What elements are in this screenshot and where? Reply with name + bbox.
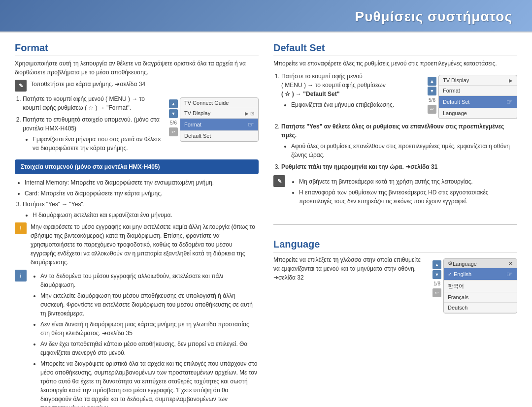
format-title: Format	[15, 42, 259, 56]
lang-row-1[interactable]: 한국어	[444, 281, 517, 292]
format-step3-list: Πατήστε "Yes" → "Yes". Η διαμόρφωση εκτε…	[15, 200, 259, 219]
format-info-1: Μην εκτελείτε διαμόρφωση του μέσου αποθή…	[40, 291, 259, 318]
content-area: Format Χρησιμοποιήστε αυτή τη λειτουργία…	[0, 32, 532, 407]
section-divider	[273, 224, 517, 225]
ds-note-icon: ✎	[273, 175, 285, 187]
ds-scroll-up-btn[interactable]: ▲	[428, 77, 436, 86]
default-set-step-3: Ρυθμίστε πάλι την ημερομηνία και την ώρα…	[281, 162, 517, 171]
format-submenu-item-1: Card: Μπορείτε να διαμορφώσετε την κάρτα…	[25, 189, 259, 198]
lang-row-0[interactable]: ✓ English ☞	[444, 268, 517, 281]
ds-step2-bullet: Αφού όλες οι ρυθμίσεις επανέλθουν στις π…	[291, 142, 517, 159]
hand-icon-lang: ☞	[506, 270, 513, 278]
format-steps-area: Πατήστε το κουμπί αφής μενού ( MENU ) → …	[15, 94, 259, 156]
hand-icon-ds: ☞	[506, 98, 513, 106]
default-set-title: Default Set	[273, 42, 517, 56]
default-set-step-2: Πατήστε "Yes" αν θέλετε όλες οι ρυθμίσει…	[281, 122, 517, 159]
default-set-menu-area: ▲ ▼ 5/6 ↩ TV Display ▶ Format	[428, 75, 517, 119]
right-column: Default Set Μπορείτε να επαναφέρετε όλες…	[273, 42, 517, 407]
format-intro: Χρησιμοποιήστε αυτή τη λειτουργία αν θέλ…	[15, 59, 259, 77]
language-content-area: Μπορείτε να επιλέξετε τη γλώσσα στην οπο…	[273, 255, 517, 316]
lang-row-3[interactable]: Deutsch	[444, 303, 517, 313]
format-note-box: ✎ Τοποθετήστε μια κάρτα μνήμης. ➜σελίδα …	[15, 80, 259, 92]
format-warning-text: Μην αφαιρέσετε το μέσο εγγραφής και μην …	[31, 222, 259, 267]
format-step2-bullet: Εμφανίζεται ένα μήνυμα που σας ρωτά αν θ…	[33, 135, 164, 153]
format-menu-row-1: TV Display ▶ ⊡	[180, 108, 258, 119]
lang-scroll-down-btn[interactable]: ▼	[432, 270, 441, 279]
format-page-indicator: 5/6	[169, 119, 178, 126]
ds-scroll-down-btn[interactable]: ▼	[428, 87, 436, 95]
default-set-confirmation: Εμφανίζεται ένα μήνυμα επιβεβαίωσης.	[291, 100, 423, 109]
default-set-section: Default Set Μπορείτε να επαναφέρετε όλες…	[273, 42, 517, 211]
language-menu-area: ▲ ▼ 1/8 ↩ ⚙ Language ✕	[432, 258, 517, 313]
ds-notes-box: ✎ Μη σβήνετε τη βιντεοκάμερα κατά τη χρή…	[273, 175, 517, 208]
language-section: Language Μπορείτε να επιλέξετε τη γλώσσα…	[273, 239, 517, 316]
format-submenu-box: Στοιχεία υπομενού (μόνο στα μοντέλα HMX-…	[15, 159, 259, 174]
format-info-4: Μπορείτε να διαγράψετε οριστικά όλα τα α…	[40, 359, 259, 407]
format-menu-row-2[interactable]: Format ☞	[180, 119, 258, 131]
lang-back-btn[interactable]: ↩	[432, 288, 441, 297]
format-info-0: Αν τα δεδομένα του μέσου εγγραφής αλλοιω…	[40, 272, 259, 289]
default-set-steps-list: Πατήστε το κουμπί αφής μενού ( MENU ) → …	[273, 72, 423, 109]
ds-note-1: Η επαναφορά των ρυθμίσεων της βιντεοκάμε…	[299, 188, 517, 206]
default-set-intro: Μπορείτε να επαναφέρετε όλες τις ρυθμίσε…	[273, 59, 517, 68]
scroll-down-btn[interactable]: ▼	[169, 109, 178, 118]
format-note: Τοποθετήστε μια κάρτα μνήμης. ➜σελίδα 34	[31, 80, 145, 89]
note-icon: ✎	[15, 80, 27, 92]
format-submenu-item-0: Internal Memory: Μπορείτε να διαμορφώσετ…	[25, 178, 259, 187]
lang-scroll-up-btn[interactable]: ▲	[432, 260, 441, 269]
format-steps-text: Πατήστε το κουμπί αφής μενού ( MENU ) → …	[15, 94, 164, 156]
default-set-step-1: Πατήστε το κουμπί αφής μενού ( MENU ) → …	[281, 72, 423, 109]
ds-note-0: Μη σβήνετε τη βιντεοκάμερα κατά τη χρήση…	[299, 177, 517, 186]
language-intro: Μπορείτε να επιλέξετε τη γλώσσα στην οπο…	[273, 255, 428, 282]
default-set-remaining-steps: Πατήστε "Yes" αν θέλετε όλες οι ρυθμίσει…	[273, 122, 517, 171]
format-info-3: Αν δεν έχει τοποθετηθεί κάποιο μέσο αποθ…	[40, 340, 259, 357]
ds-menu-row-1: Format	[439, 86, 517, 96]
default-set-step1-highlight: ( ☆ ) → "Default Set"	[281, 91, 339, 97]
ds-menu-row-2[interactable]: Default Set ☞	[439, 96, 517, 108]
hand-icon-format: ☞	[248, 121, 254, 128]
format-menu-row-3: Default Set	[180, 131, 258, 141]
ds-notes-list: Μη σβήνετε τη βιντεοκάμερα κατά τη χρήση…	[289, 177, 517, 208]
lang-gear-icon: ⚙	[448, 260, 453, 267]
lang-close-icon: ✕	[508, 260, 513, 267]
ds-page-indicator: 5/6	[428, 96, 436, 104]
ds-menu-row-3: Language	[439, 108, 517, 119]
format-step2-bullets: Εμφανίζεται ένα μήνυμα που σας ρωτά αν θ…	[23, 135, 164, 153]
language-menu-widget: ⚙ Language ✕ ✓ English ☞ 한국어	[443, 258, 517, 313]
lang-row-2[interactable]: Français	[444, 292, 517, 303]
warning-icon: !	[15, 222, 27, 234]
format-submenu-items: Internal Memory: Μπορείτε να διαμορφώσετ…	[15, 178, 259, 198]
format-info-list: Αν τα δεδομένα του μέσου εγγραφής αλλοιω…	[31, 272, 259, 407]
format-warning-box: ! Μην αφαιρέσετε το μέσο εγγραφής και μη…	[15, 222, 259, 267]
format-info-box: i Αν τα δεδομένα του μέσου εγγραφής αλλο…	[15, 270, 259, 407]
default-set-menu-controls: ▲ ▼ 5/6 ↩	[428, 75, 436, 114]
lang-menu-header: ⚙ Language ✕	[444, 259, 517, 268]
ds-back-btn[interactable]: ↩	[428, 105, 436, 114]
lang-menu-controls: ▲ ▼ 1/8 ↩	[432, 258, 441, 297]
format-step-2: Πατήστε το επιθυμητό στοιχείο υπομενού. …	[23, 115, 164, 153]
default-set-steps-area: Πατήστε το κουμπί αφής μενού ( MENU ) → …	[273, 72, 517, 122]
format-info-2: Δεν είναι δυνατή η διαμόρφωση μιας κάρτα…	[40, 320, 259, 338]
format-menu-row-0: TV Connect Guide	[180, 98, 258, 108]
default-set-steps-text: Πατήστε το κουμπί αφής μενού ( MENU ) → …	[273, 72, 423, 112]
format-menu-controls: ▲ ▼ 5/6 ↩	[169, 97, 178, 136]
format-steps-list: Πατήστε το κουμπί αφής μενού ( MENU ) → …	[15, 94, 164, 153]
lang-page-indicator: 1/8	[432, 280, 441, 287]
format-step-1: Πατήστε το κουμπί αφής μενού ( MENU ) → …	[23, 94, 164, 112]
ds-arrow-0: ▶	[509, 78, 513, 83]
page-title: Ρυθμίσεις συστήματος	[355, 9, 512, 24]
default-set-menu-widget: TV Display ▶ Format Default Set ☞	[438, 75, 517, 119]
ds-menu-row-0: TV Display ▶	[439, 75, 517, 86]
format-section: Format Χρησιμοποιήστε αυτή τη λειτουργία…	[15, 42, 259, 407]
language-title: Language	[273, 239, 517, 252]
lang-check-0: ✓	[448, 272, 452, 277]
scroll-up-btn[interactable]: ▲	[169, 99, 178, 108]
format-step-3: Πατήστε "Yes" → "Yes". Η διαμόρφωση εκτε…	[23, 200, 259, 219]
left-column: Format Χρησιμοποιήστε αυτή τη λειτουργία…	[15, 42, 259, 407]
format-menu-arrow-1: ▶ ⊡	[245, 111, 254, 116]
page: Ρυθμίσεις συστήματος Format Χρησιμοποιήσ…	[0, 0, 532, 407]
format-menu-widget: TV Connect Guide TV Display ▶ ⊡ Format ☞	[180, 97, 259, 142]
header: Ρυθμίσεις συστήματος	[0, 0, 532, 32]
format-step3-bullet: Η διαμόρφωση εκτελείται και εμφανίζεται …	[33, 211, 259, 219]
back-btn[interactable]: ↩	[169, 127, 178, 136]
